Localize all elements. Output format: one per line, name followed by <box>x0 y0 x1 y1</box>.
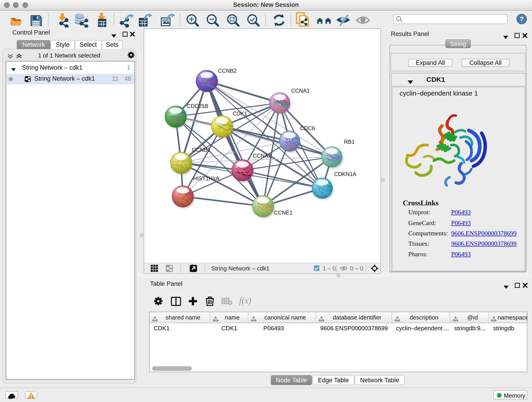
svg-text:CDC6: CDC6 <box>300 125 315 131</box>
svg-text:CDC25B: CDC25B <box>187 103 209 109</box>
svg-text:CCNB1: CCNB1 <box>192 147 210 153</box>
svg-text:CDKN1A: CDKN1A <box>334 171 356 177</box>
svg-text:HIST1H1A: HIST1H1A <box>193 175 219 182</box>
svg-text:CCNA1: CCNA1 <box>291 88 310 94</box>
svg-text:CCNA2: CCNA2 <box>253 153 271 159</box>
svg-text:CCNB2: CCNB2 <box>218 68 236 74</box>
svg-text:?: ? <box>520 15 524 23</box>
svg-text:CCNE1: CCNE1 <box>274 210 293 216</box>
svg-text:CDK1: CDK1 <box>233 110 247 117</box>
svg-text:RB1: RB1 <box>344 139 355 145</box>
